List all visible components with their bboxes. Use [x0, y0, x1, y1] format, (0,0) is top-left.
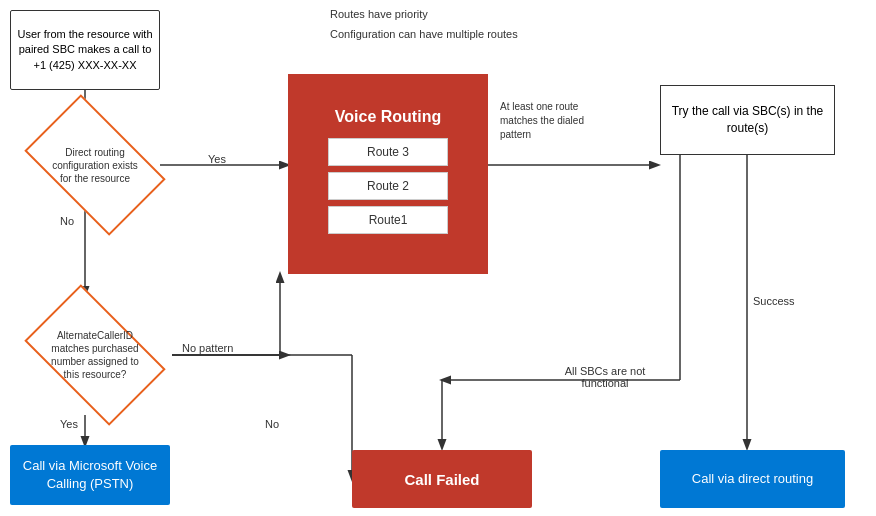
try-call-box: Try the call via SBC(s) in the route(s) — [660, 85, 835, 155]
call-failed-text: Call Failed — [404, 471, 479, 488]
diamond2-text: AlternateCallerID matches purchased numb… — [48, 329, 143, 381]
no-pattern-label: No pattern — [182, 342, 233, 354]
start-note-text: User from the resource with paired SBC m… — [17, 27, 153, 73]
no-label-1: No — [60, 215, 74, 227]
success-label: Success — [753, 295, 795, 307]
diamond2-wrap: AlternateCallerID matches purchased numb… — [20, 295, 170, 415]
diagram: User from the resource with paired SBC m… — [0, 0, 876, 516]
try-call-text: Try the call via SBC(s) in the route(s) — [669, 103, 826, 137]
voice-routing-box: Voice Routing Route 3 Route 2 Route1 — [288, 74, 488, 274]
route-2: Route 2 — [328, 172, 448, 200]
yes-label-1: Yes — [208, 153, 226, 165]
blue-box-microsoft: Call via Microsoft Voice Calling (PSTN) — [10, 445, 170, 505]
blue-box-1-text: Call via Microsoft Voice Calling (PSTN) — [20, 457, 160, 493]
blue-box-direct-routing: Call via direct routing — [660, 450, 845, 508]
route-match-note: At least one route matches the dialed pa… — [500, 100, 610, 142]
diamond1-text: Direct routing configuration exists for … — [48, 146, 143, 185]
diamond1-wrap: Direct routing configuration exists for … — [20, 115, 170, 215]
yes-label-2: Yes — [60, 418, 78, 430]
blue-box-2-text: Call via direct routing — [692, 470, 813, 488]
call-failed-box: Call Failed — [352, 450, 532, 508]
note-line-2: Configuration can have multiple routes — [330, 25, 518, 45]
route-1: Route1 — [328, 206, 448, 234]
note-line-1: Routes have priority — [330, 5, 518, 25]
no-label-2: No — [265, 418, 279, 430]
note-lines: Routes have priority Configuration can h… — [330, 5, 518, 45]
start-note: User from the resource with paired SBC m… — [10, 10, 160, 90]
voice-routing-title: Voice Routing — [335, 108, 441, 126]
route-3: Route 3 — [328, 138, 448, 166]
all-sbcs-label: All SBCs are not functional — [550, 365, 660, 389]
